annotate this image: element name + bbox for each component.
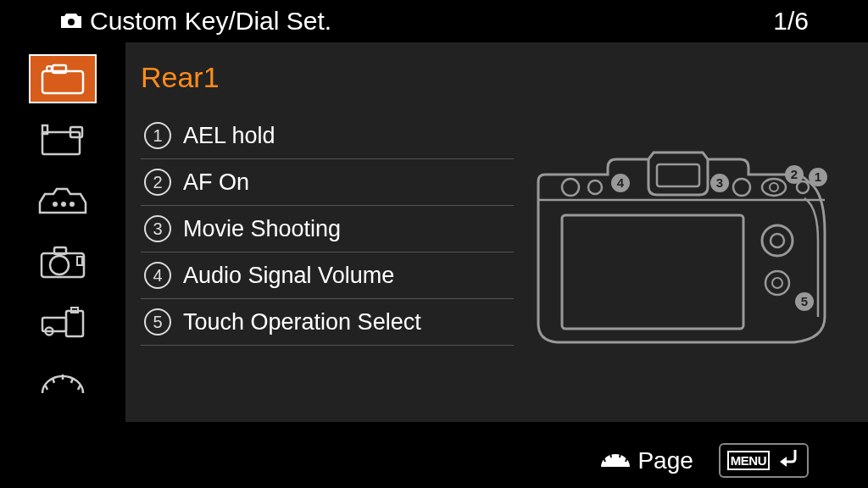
- sidebar-item-rear2[interactable]: [29, 115, 97, 164]
- assignments-panel: Rear1 1 AEL hold 2 AF On 3 Movie Shootin…: [141, 61, 514, 413]
- camera-rear-diagram: 1 2 3 4 5: [523, 147, 837, 354]
- svg-point-32: [762, 225, 793, 256]
- svg-line-42: [610, 453, 611, 458]
- assignment-label: AEL hold: [183, 123, 275, 149]
- dial-icon: [39, 373, 86, 395]
- svg-rect-13: [77, 257, 82, 265]
- assignment-item-4[interactable]: 4 Audio Signal Volume: [141, 252, 514, 299]
- page-indicator: 1/6: [773, 7, 809, 36]
- svg-rect-23: [657, 164, 699, 186]
- sidebar-item-front[interactable]: [29, 237, 97, 286]
- main: Rear1 1 AEL hold 2 AF On 3 Movie Shootin…: [0, 42, 868, 422]
- dial-icon: [598, 447, 632, 474]
- back-icon: [776, 446, 800, 474]
- header: Custom Key/Dial Set. 1/6: [0, 0, 868, 42]
- svg-point-33: [771, 234, 784, 247]
- sidebar-item-rear1[interactable]: [29, 54, 97, 103]
- page-label: Page: [637, 447, 693, 474]
- svg-point-3: [47, 66, 52, 71]
- svg-point-7: [53, 202, 58, 207]
- menu-label: MENU: [727, 451, 770, 470]
- num-circle: 1: [144, 122, 171, 149]
- num-circle: 4: [144, 262, 171, 289]
- diagram-marker-3: 3: [716, 175, 723, 190]
- section-title: Rear1: [141, 61, 514, 94]
- sidebar: [0, 42, 125, 422]
- svg-rect-25: [562, 215, 743, 329]
- diagram-panel: 1 2 3 4 5: [514, 61, 846, 413]
- svg-point-35: [772, 278, 782, 288]
- svg-point-29: [762, 179, 786, 196]
- svg-point-26: [562, 179, 579, 196]
- camera-rear1-icon: [40, 63, 86, 95]
- svg-point-34: [765, 271, 789, 295]
- menu-button[interactable]: MENU: [719, 443, 809, 478]
- assignment-label: Audio Signal Volume: [183, 263, 394, 289]
- svg-point-8: [61, 202, 66, 207]
- assignment-item-1[interactable]: 1 AEL hold: [141, 113, 514, 159]
- assignment-item-5[interactable]: 5 Touch Operation Select: [141, 299, 514, 346]
- sidebar-item-dial[interactable]: [29, 359, 97, 408]
- page-control[interactable]: Page: [598, 447, 693, 474]
- assignment-label: Touch Operation Select: [183, 309, 421, 336]
- svg-line-18: [45, 385, 47, 390]
- svg-rect-14: [66, 311, 83, 336]
- svg-point-11: [50, 256, 69, 274]
- diagram-marker-2: 2: [791, 167, 798, 181]
- svg-rect-12: [54, 247, 66, 254]
- diagram-marker-4: 4: [617, 175, 625, 190]
- assignment-list: 1 AEL hold 2 AF On 3 Movie Shooting 4 Au…: [141, 113, 514, 346]
- svg-point-27: [588, 180, 602, 194]
- num-circle: 5: [144, 308, 171, 336]
- svg-point-9: [70, 202, 75, 207]
- svg-point-30: [770, 183, 778, 191]
- svg-rect-1: [42, 71, 83, 93]
- camera-front-icon: [39, 245, 86, 279]
- page-title: Custom Key/Dial Set.: [90, 7, 331, 36]
- assignment-item-2[interactable]: 2 AF On: [141, 159, 514, 206]
- svg-line-43: [620, 453, 620, 458]
- footer: Page MENU: [598, 443, 809, 478]
- sidebar-item-lens[interactable]: [29, 298, 97, 347]
- svg-point-28: [733, 179, 750, 196]
- diagram-marker-5: 5: [801, 294, 808, 308]
- svg-line-22: [78, 385, 81, 390]
- diagram-marker-1: 1: [815, 169, 821, 184]
- num-circle: 3: [144, 215, 171, 242]
- content-panel: Rear1 1 AEL hold 2 AF On 3 Movie Shootin…: [125, 42, 868, 422]
- camera-lens-icon: [39, 306, 86, 340]
- svg-point-31: [797, 181, 809, 193]
- assignment-label: Movie Shooting: [183, 216, 341, 242]
- assignment-label: AF On: [183, 169, 249, 196]
- header-left: Custom Key/Dial Set.: [59, 7, 331, 36]
- camera-top-icon: [38, 186, 87, 216]
- assignment-item-3[interactable]: 3 Movie Shooting: [141, 206, 514, 252]
- camera-icon: [59, 7, 83, 36]
- num-circle: 2: [144, 169, 171, 196]
- camera-rear2-icon: [40, 122, 86, 158]
- svg-rect-4: [42, 132, 80, 154]
- sidebar-item-top[interactable]: [29, 176, 97, 225]
- svg-point-0: [68, 19, 75, 25]
